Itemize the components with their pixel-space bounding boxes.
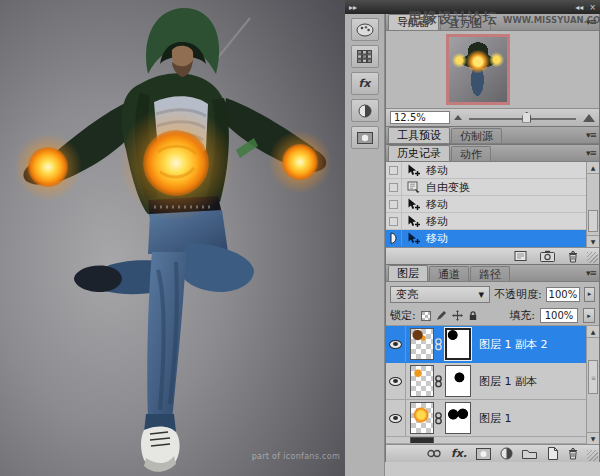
- visibility-eye-icon[interactable]: [389, 414, 402, 423]
- scroll-down-arrow[interactable]: ▼: [587, 432, 599, 444]
- chevron-down-icon: ▾: [478, 288, 484, 301]
- history-brush-well[interactable]: [389, 183, 398, 192]
- move-tool-icon: [402, 164, 424, 177]
- layer-mask-thumbnail[interactable]: [445, 402, 471, 434]
- tab-channels[interactable]: 通道: [429, 266, 469, 281]
- layer-thumbnail[interactable]: [410, 328, 434, 360]
- layer-thumbnail: [410, 437, 434, 444]
- history-item[interactable]: 移动: [386, 196, 599, 213]
- layer-row-partial[interactable]: [386, 437, 599, 444]
- tab-actions[interactable]: 动作: [451, 146, 491, 161]
- color-panel-icon[interactable]: [351, 18, 379, 41]
- panel-menu-icon[interactable]: ▾≡: [586, 148, 596, 158]
- zoom-out-icon[interactable]: [454, 115, 462, 120]
- layer-thumbnail[interactable]: [410, 402, 434, 434]
- visibility-eye-icon[interactable]: [389, 377, 402, 386]
- panel-dock: 导航器 直方图 ▾≡ 12.5% 工具预设: [385, 14, 600, 462]
- blend-mode-row: 变亮 ▾ 不透明度: 100% ▸: [386, 282, 599, 306]
- lock-move-icon[interactable]: [452, 310, 463, 321]
- image-canvas[interactable]: part of iconfans.com: [0, 0, 345, 476]
- layer-mask-thumbnail[interactable]: [445, 365, 471, 397]
- photoshop-workspace: part of iconfans.com ▸▸ ◂◂ × fx: [0, 0, 600, 476]
- masks-panel-icon[interactable]: [351, 126, 379, 149]
- scroll-up-arrow[interactable]: ▲: [587, 162, 599, 174]
- zoom-percent-field[interactable]: 12.5%: [390, 111, 450, 124]
- fill-value-field[interactable]: 100%: [540, 308, 578, 323]
- layer-name: 图层 1 副本 2: [479, 337, 548, 352]
- navigator-zoom-bar: 12.5%: [386, 108, 599, 126]
- tab-navigator[interactable]: 导航器: [388, 14, 439, 30]
- layers-footer: fx.: [386, 444, 599, 462]
- layer-row-selected[interactable]: 图层 1 副本 2: [386, 326, 599, 363]
- scrollbar-thumb[interactable]: ≡: [588, 360, 598, 394]
- layers-tabbar: 图层 通道 路径 ▾≡: [386, 265, 599, 282]
- history-item[interactable]: 移动: [386, 213, 599, 230]
- tab-histogram[interactable]: 直方图: [440, 15, 491, 30]
- workspace-background: [385, 462, 600, 476]
- history-brush-source-icon: [389, 232, 399, 244]
- history-item[interactable]: 移动: [386, 162, 599, 179]
- opacity-stepper[interactable]: ▸: [584, 287, 595, 302]
- navigator-thumbnail: [449, 37, 507, 102]
- blend-mode-dropdown[interactable]: 变亮 ▾: [390, 286, 490, 303]
- tab-tool-presets[interactable]: 工具预设: [388, 127, 450, 143]
- tab-layers[interactable]: 图层: [388, 265, 428, 281]
- styles-panel-icon[interactable]: fx: [351, 72, 379, 95]
- zoom-slider-thumb[interactable]: [522, 112, 531, 123]
- new-snapshot-icon[interactable]: [540, 250, 555, 262]
- history-brush-well[interactable]: [389, 217, 398, 226]
- close-icon[interactable]: ×: [589, 3, 596, 12]
- navigator-proxy-view[interactable]: [446, 34, 510, 105]
- swatches-panel-icon[interactable]: [351, 45, 379, 68]
- fill-stepper[interactable]: ▸: [583, 308, 595, 323]
- new-layer-icon[interactable]: [546, 447, 558, 460]
- layer-name: 图层 1: [479, 411, 512, 426]
- history-scrollbar[interactable]: ▲ ▼: [586, 162, 599, 247]
- history-tabbar: 历史记录 动作 ▾≡: [386, 145, 599, 162]
- new-adjustment-layer-icon[interactable]: [500, 447, 513, 460]
- adjustments-panel-icon[interactable]: [351, 99, 379, 122]
- resize-grip[interactable]: [587, 252, 598, 263]
- layer-thumbnail[interactable]: [410, 365, 434, 397]
- panel-menu-icon[interactable]: ▾≡: [586, 17, 596, 27]
- tab-history[interactable]: 历史记录: [388, 145, 450, 161]
- panel-menu-icon[interactable]: ▾≡: [586, 268, 596, 278]
- history-item[interactable]: 自由变换: [386, 179, 599, 196]
- history-brush-well[interactable]: [389, 200, 398, 209]
- history-panel: 历史记录 动作 ▾≡ 移动 自由变换 移动: [385, 145, 600, 265]
- lock-label: 锁定:: [390, 308, 416, 323]
- add-layer-mask-icon[interactable]: [476, 448, 491, 460]
- tab-clone-source[interactable]: 仿制源: [451, 128, 502, 143]
- layer-style-fx-icon[interactable]: fx.: [451, 447, 467, 460]
- lock-all-padlock-icon[interactable]: [468, 310, 478, 321]
- layer-row[interactable]: 图层 1 副本: [386, 363, 599, 400]
- history-brush-well[interactable]: [389, 166, 398, 175]
- delete-state-trash-icon[interactable]: [567, 250, 579, 263]
- delete-layer-trash-icon[interactable]: [567, 447, 579, 460]
- history-item-selected[interactable]: 移动: [386, 230, 599, 247]
- tab-paths[interactable]: 路径: [470, 266, 510, 281]
- opacity-value-field[interactable]: 100%: [546, 287, 580, 302]
- layer-row[interactable]: 图层 1: [386, 400, 599, 437]
- zoom-slider[interactable]: [469, 112, 576, 124]
- panel-menu-icon[interactable]: ▾≡: [586, 130, 596, 140]
- lock-transparency-icon[interactable]: [421, 311, 431, 321]
- collapse-dock-icon[interactable]: ◂◂: [575, 3, 583, 12]
- new-group-folder-icon[interactable]: [522, 448, 537, 459]
- scroll-up-arrow[interactable]: ▲: [587, 326, 599, 338]
- move-tool-icon: [402, 232, 424, 245]
- expand-dock-icon[interactable]: ▸▸: [349, 3, 357, 12]
- resize-grip[interactable]: [587, 450, 598, 461]
- dock-header-bar: ▸▸ ◂◂ ×: [345, 0, 600, 14]
- layer-mask-thumbnail[interactable]: [445, 328, 471, 360]
- link-layers-icon[interactable]: [426, 449, 442, 458]
- visibility-eye-icon[interactable]: [389, 340, 402, 349]
- scroll-down-arrow[interactable]: ▼: [587, 235, 599, 247]
- zoom-in-icon[interactable]: [583, 114, 595, 122]
- link-chain-icon: [434, 411, 443, 426]
- lock-paint-brush-icon[interactable]: [436, 310, 447, 321]
- layers-scrollbar[interactable]: ▲ ≡ ▼: [586, 326, 599, 444]
- navigator-panel: 导航器 直方图 ▾≡ 12.5%: [385, 14, 600, 127]
- scrollbar-thumb[interactable]: [588, 210, 598, 232]
- new-document-from-state-icon[interactable]: [514, 250, 528, 262]
